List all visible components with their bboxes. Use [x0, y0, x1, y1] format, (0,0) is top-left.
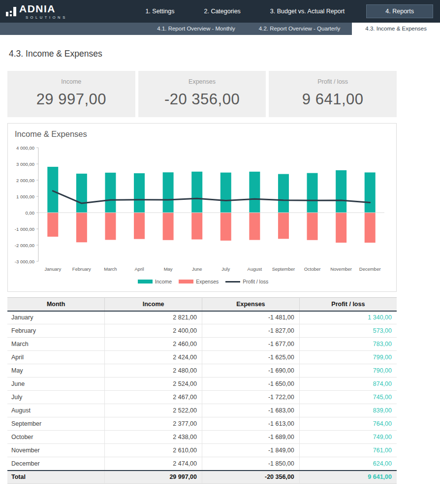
x-axis-month-label: December — [359, 266, 381, 272]
income-bar — [249, 172, 260, 213]
expenses-bar — [365, 213, 376, 243]
y-axis-tick-label: -1 000,00 — [15, 226, 34, 232]
table-row: June2 524,00-1 650,00874,00 — [7, 378, 397, 391]
table-row: December2 474,00-1 850,00624,00 — [7, 457, 397, 471]
nav-item-budget-vs-actual[interactable]: 3. Budget vs. Actual Report — [255, 0, 359, 23]
y-axis-tick-label: -3 000,00 — [15, 259, 34, 264]
x-axis-month-label: August — [248, 266, 262, 272]
expenses-cell: -1 625,00 — [202, 351, 300, 364]
table-row: March2 460,00-1 677,00783,00 — [7, 338, 397, 351]
expenses-card-label: Expenses — [138, 78, 266, 85]
income-expenses-table: Month Income Expenses Profit / loss Janu… — [7, 297, 397, 484]
x-axis-month-label: September — [272, 266, 295, 272]
month-cell: February — [7, 324, 105, 338]
month-cell: August — [7, 404, 105, 417]
expenses-bar — [220, 213, 231, 241]
nav-item-categories[interactable]: 2. Categories — [189, 0, 255, 23]
profit-loss-card-value: 9 641,00 — [269, 91, 397, 108]
summary-cards: Income 29 997,00 Expenses -20 356,00 Pro… — [7, 71, 397, 117]
nav-item-reports-active[interactable]: 4. Reports — [366, 4, 433, 18]
total-income-cell: 29 997,00 — [105, 471, 202, 484]
income-bar — [278, 174, 289, 213]
table-row: August2 522,00-1 683,00839,00 — [7, 404, 397, 417]
month-cell: September — [7, 417, 105, 431]
month-cell: December — [7, 457, 105, 471]
total-profit-loss-cell: 9 641,00 — [299, 471, 397, 484]
chart-panel: Income & Expenses 4 000,003 000,002 000,… — [7, 123, 397, 292]
nav-item-settings[interactable]: 1. Settings — [130, 0, 189, 23]
table-row: April2 424,00-1 625,00799,00 — [7, 351, 397, 364]
brand-name: ADNIA — [19, 3, 67, 14]
income-cell: 2 610,00 — [105, 444, 202, 457]
legend-swatch — [179, 280, 193, 284]
profit-loss-cell: 745,00 — [299, 391, 397, 404]
x-axis-month-label: November — [330, 266, 352, 272]
income-cell: 2 524,00 — [105, 378, 202, 391]
income-bar — [220, 173, 231, 213]
month-cell: March — [7, 338, 105, 351]
legend-swatch — [225, 281, 240, 283]
income-cell: 2 467,00 — [105, 391, 202, 404]
profit-loss-cell: 874,00 — [299, 378, 397, 391]
table-row: January2 821,00-1 481,001 340,00 — [7, 311, 397, 324]
income-bar — [47, 167, 58, 213]
x-axis-month-label: April — [135, 266, 144, 272]
y-axis-tick-label: 0,00 — [26, 210, 35, 216]
top-nav: ADNIA SOLUTIONS 1. Settings 2. Categorie… — [0, 0, 440, 23]
expenses-bar — [163, 213, 174, 240]
month-cell: June — [7, 378, 105, 391]
expenses-bar — [134, 213, 145, 239]
expenses-cell: -1 690,00 — [202, 364, 300, 378]
legend-label: Profit / loss — [243, 279, 268, 284]
income-cell: 2 400,00 — [105, 324, 202, 338]
profit-loss-cell: 749,00 — [299, 431, 397, 444]
legend-item-expenses: Expenses — [179, 279, 219, 284]
income-bar — [76, 174, 87, 213]
expenses-cell: -1 650,00 — [202, 378, 300, 391]
profit-loss-cell: 839,00 — [299, 404, 397, 417]
table-header: Month Income Expenses Profit / loss — [7, 298, 397, 311]
legend-item-income: Income — [138, 279, 172, 284]
income-cell: 2 377,00 — [105, 417, 202, 431]
profit-loss-cell: 764,00 — [299, 417, 397, 431]
subnav-item-monthly[interactable]: 4.1. Report Overview - Monthly — [145, 23, 247, 35]
month-cell: July — [7, 391, 105, 404]
profit-loss-card-label: Profit / loss — [269, 78, 397, 85]
y-axis-tick-label: 1 000,00 — [16, 194, 34, 199]
total-label-cell: Total — [7, 471, 105, 484]
table-row: September2 377,00-1 613,00764,00 — [7, 417, 397, 431]
table-row: October2 438,00-1 689,00749,00 — [7, 431, 397, 444]
expenses-cell: -1 613,00 — [202, 417, 300, 431]
income-cell: 2 474,00 — [105, 457, 202, 471]
month-cell: April — [7, 351, 105, 364]
legend-item-profit-loss: Profit / loss — [225, 279, 268, 284]
profit-loss-summary-card: Profit / loss 9 641,00 — [269, 71, 397, 117]
column-header-income: Income — [105, 298, 202, 311]
income-summary-card: Income 29 997,00 — [7, 71, 135, 117]
sub-nav: 4.1. Report Overview - Monthly 4.2. Repo… — [0, 23, 440, 35]
income-bar — [134, 173, 145, 213]
income-bar — [163, 172, 174, 213]
profit-loss-line — [53, 191, 370, 203]
expenses-bar — [191, 213, 202, 239]
table-row: May2 480,00-1 690,00790,00 — [7, 364, 397, 378]
subnav-item-quarterly[interactable]: 4.2. Report Overview - Quarterly — [247, 23, 352, 35]
income-bar — [365, 172, 376, 213]
subnav-item-income-expenses-active[interactable]: 4.3. Income & Expenses — [352, 23, 440, 35]
income-card-value: 29 997,00 — [7, 91, 135, 108]
y-axis-tick-label: -2 000,00 — [15, 243, 34, 248]
x-axis-month-label: October — [304, 266, 321, 272]
income-expenses-chart: 4 000,003 000,002 000,001 000,000,00-1 0… — [13, 142, 391, 276]
expenses-cell: -1 677,00 — [202, 338, 300, 351]
expenses-bar — [249, 213, 260, 240]
profit-loss-cell: 783,00 — [299, 338, 397, 351]
legend-swatch — [138, 280, 153, 284]
x-axis-month-label: July — [221, 266, 230, 272]
y-axis-tick-label: 4 000,00 — [16, 145, 34, 151]
expenses-bar — [105, 213, 116, 240]
main-content: 4.3. Income & Expenses Income 29 997,00 … — [7, 49, 397, 484]
page-title: 4.3. Income & Expenses — [9, 49, 397, 59]
income-card-label: Income — [7, 78, 135, 85]
profit-loss-cell: 573,00 — [299, 324, 397, 338]
table-row: February2 400,00-1 827,00573,00 — [7, 324, 397, 338]
